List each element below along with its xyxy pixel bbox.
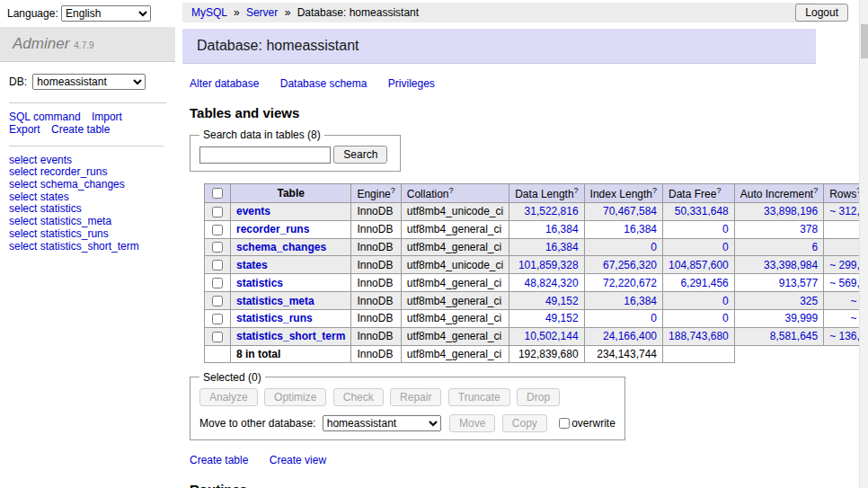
language-select[interactable]: English	[61, 5, 151, 22]
row-checkbox[interactable]	[212, 314, 223, 324]
logout-button[interactable]: Logout	[795, 4, 848, 22]
create-table-link[interactable]: Create table	[190, 454, 248, 466]
index-length-cell-link[interactable]: 0	[651, 241, 657, 253]
breadcrumb-server-link[interactable]: Server	[246, 6, 278, 19]
auto-increment-cell-link[interactable]: 6	[811, 241, 818, 253]
data-length-cell-link[interactable]: 16,384	[545, 241, 579, 253]
table-name-link[interactable]: statistics_runs	[236, 312, 313, 324]
index-length-cell-link[interactable]: 0	[651, 312, 657, 324]
auto-increment-cell-link[interactable]: 8,581,645	[770, 330, 818, 342]
table-select-item: select statistics_meta	[9, 216, 166, 227]
data-length-cell-link[interactable]: 48,824,320	[525, 277, 579, 289]
data-free-cell-link[interactable]: 0	[722, 223, 729, 235]
column-header-data_free: Data Free?	[663, 184, 735, 203]
row-checkbox[interactable]	[212, 207, 223, 217]
auto-increment-cell-link[interactable]: 39,999	[784, 312, 818, 324]
data-free-cell-link[interactable]: 50,331,648	[675, 205, 729, 217]
search-button[interactable]: Search	[333, 146, 387, 164]
table-name-cell: events	[231, 203, 351, 221]
select-link[interactable]: select	[9, 178, 37, 191]
table-name-link[interactable]: statistics	[236, 277, 283, 289]
column-header-collation: Collation?	[401, 184, 509, 203]
column-help-link[interactable]: ?	[574, 186, 579, 195]
breadcrumb-mysql-link[interactable]: MySQL	[191, 6, 227, 19]
sidebar-table-link[interactable]: states	[40, 191, 69, 203]
select-link[interactable]: select	[9, 240, 37, 253]
column-help-link[interactable]: ?	[652, 186, 657, 195]
index-length-cell-link[interactable]: 72,220,672	[603, 277, 657, 289]
scrollbar[interactable]	[859, 0, 868, 488]
create-view-link[interactable]: Create view	[270, 454, 326, 466]
engine-cell: InnoDB	[351, 274, 401, 292]
search-input[interactable]	[199, 146, 331, 164]
table-name-link[interactable]: statistics_meta	[236, 295, 314, 307]
move-database-select[interactable]: homeassistant	[323, 415, 441, 431]
index-length-cell-link[interactable]: 16,384	[624, 295, 657, 307]
privileges-link[interactable]: Privileges	[388, 77, 435, 90]
index-length-cell-link[interactable]: 70,467,584	[603, 205, 657, 217]
row-checkbox[interactable]	[212, 260, 223, 271]
select-link[interactable]: select	[9, 154, 37, 166]
sidebar-table-link[interactable]: statistics_meta	[40, 215, 111, 227]
row-checkbox[interactable]	[212, 296, 223, 306]
sidebar-link-import[interactable]: Import	[92, 111, 122, 123]
row-checkbox[interactable]	[212, 242, 223, 253]
data-free-cell-link[interactable]: 6,291,456	[680, 277, 728, 289]
select-all-checkbox[interactable]	[212, 188, 223, 199]
auto-increment-cell: 33,398,984	[734, 256, 823, 274]
select-link[interactable]: select	[9, 191, 37, 203]
sidebar-link-create-table[interactable]: Create table	[51, 123, 110, 136]
data-length-cell-link[interactable]: 49,152	[545, 295, 579, 307]
database-schema-link[interactable]: Database schema	[280, 77, 368, 90]
select-link[interactable]: select	[9, 202, 37, 215]
column-help-link[interactable]: ?	[813, 186, 818, 195]
auto-increment-cell-link[interactable]: 378	[800, 223, 818, 235]
index-length-cell: 0	[584, 238, 662, 256]
table-name-link[interactable]: statistics_short_term	[236, 330, 345, 342]
column-help-link[interactable]: ?	[716, 186, 721, 195]
scrollbar-thumb[interactable]	[861, 24, 868, 58]
table-name-link[interactable]: recorder_runs	[236, 223, 309, 235]
data-free-cell-link[interactable]: 0	[722, 241, 729, 253]
column-help-link[interactable]: ?	[391, 186, 395, 195]
row-checkbox[interactable]	[212, 225, 223, 235]
table-name-link[interactable]: schema_changes	[236, 241, 326, 253]
main-content: Database: homeassistant Alter database D…	[182, 22, 816, 488]
row-checkbox[interactable]	[212, 278, 223, 288]
data-length-cell-link[interactable]: 10,502,144	[525, 330, 579, 342]
table-name-link[interactable]: states	[236, 259, 268, 271]
alter-database-link[interactable]: Alter database	[190, 77, 259, 90]
index-length-cell-link[interactable]: 16,384	[624, 223, 657, 235]
table-name-link[interactable]: events	[236, 205, 270, 217]
select-link[interactable]: select	[9, 227, 37, 240]
sidebar-table-link[interactable]: statistics	[40, 202, 82, 215]
data-length-cell-link[interactable]: 31,522,816	[525, 205, 579, 217]
auto-increment-cell-link[interactable]: 325	[800, 295, 818, 307]
row-checkbox[interactable]	[212, 332, 223, 342]
data-free-cell-link[interactable]: 0	[722, 312, 729, 324]
sidebar-table-link[interactable]: statistics_short_term	[40, 240, 139, 253]
sidebar-links: SQL command Import Export Create table	[9, 103, 164, 146]
data-length-cell-link[interactable]: 101,859,328	[518, 259, 579, 271]
data-free-cell-link[interactable]: 104,857,600	[669, 259, 729, 271]
auto-increment-cell-link[interactable]: 33,398,984	[764, 259, 818, 271]
column-help-link[interactable]: ?	[448, 186, 453, 195]
auto-increment-cell-link[interactable]: 913,577	[779, 277, 818, 289]
data-free-cell-link[interactable]: 188,743,680	[669, 330, 729, 342]
db-select[interactable]: homeassistant	[32, 74, 146, 90]
sidebar-table-link[interactable]: recorder_runs	[40, 165, 108, 178]
sidebar-table-link[interactable]: events	[40, 154, 72, 166]
index-length-cell-link[interactable]: 67,256,320	[603, 259, 657, 271]
overwrite-checkbox[interactable]	[559, 418, 570, 429]
select-link[interactable]: select	[9, 215, 37, 227]
select-link[interactable]: select	[9, 165, 37, 178]
sidebar-table-link[interactable]: statistics_runs	[40, 227, 109, 240]
data-length-cell-link[interactable]: 16,384	[545, 223, 579, 235]
data-free-cell-link[interactable]: 0	[722, 295, 729, 307]
sidebar-link-sql-command[interactable]: SQL command	[9, 111, 81, 123]
auto-increment-cell-link[interactable]: 33,898,196	[764, 205, 818, 217]
sidebar-link-export[interactable]: Export	[9, 123, 40, 136]
sidebar-table-link[interactable]: schema_changes	[40, 178, 125, 191]
data-length-cell-link[interactable]: 49,152	[545, 312, 579, 324]
index-length-cell-link[interactable]: 24,166,400	[603, 330, 657, 342]
